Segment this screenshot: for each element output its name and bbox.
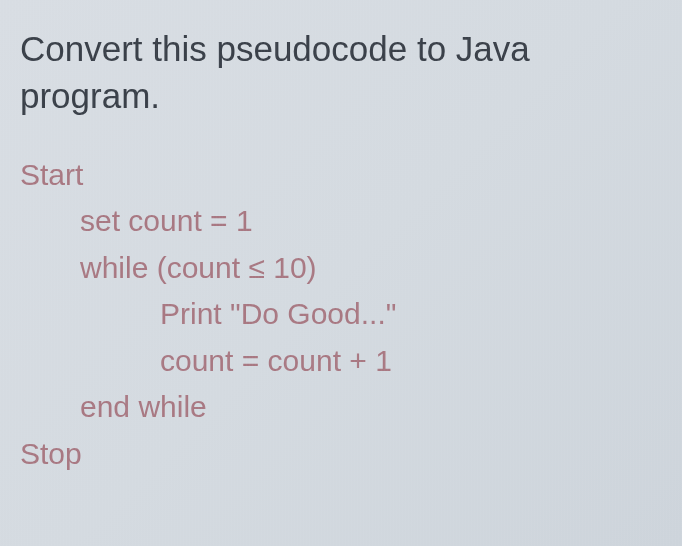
pseudo-end-while: end while [20, 384, 662, 431]
pseudo-set-count: set count = 1 [20, 198, 662, 245]
pseudocode-block: Start set count = 1 while (count ≤ 10) P… [20, 152, 662, 478]
heading-line-1: Convert this pseudocode to Java [20, 25, 662, 72]
pseudo-stop: Stop [20, 431, 662, 478]
pseudo-increment: count = count + 1 [20, 338, 662, 385]
question-heading: Convert this pseudocode to Java program. [20, 25, 662, 120]
pseudo-start: Start [20, 152, 662, 199]
pseudo-print: Print "Do Good..." [20, 291, 662, 338]
pseudo-while-open: while (count ≤ 10) [20, 245, 662, 292]
heading-line-2: program. [20, 72, 662, 119]
